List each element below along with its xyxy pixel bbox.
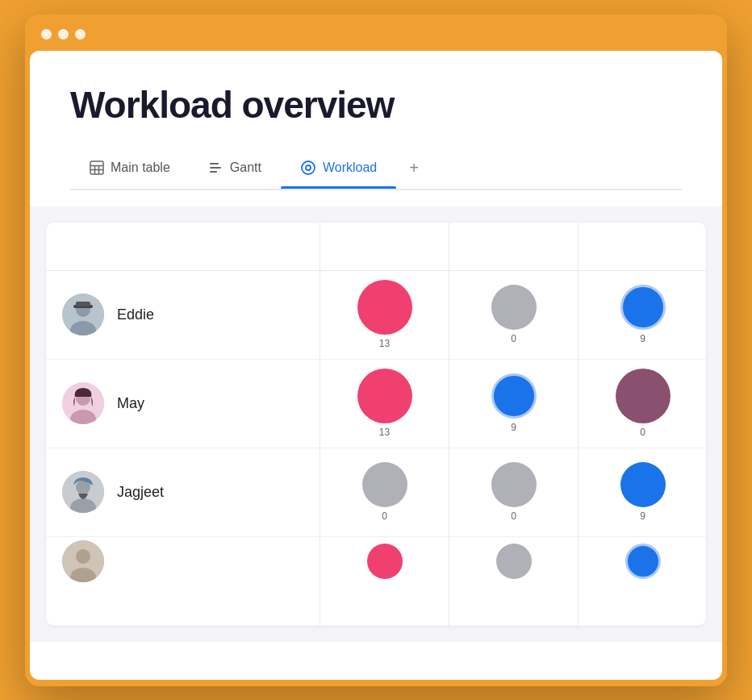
svg-rect-14 <box>76 302 90 306</box>
tab-workload[interactable]: Workload <box>281 152 396 187</box>
tab-workload-label: Workload <box>323 160 377 175</box>
bubble-jagjeet-col2 <box>491 462 537 507</box>
count-may-col2: 9 <box>511 422 516 433</box>
app-window: Workload overview Main table <box>25 15 727 686</box>
svg-point-9 <box>306 165 311 170</box>
person-name-eddie: Eddie <box>117 306 154 323</box>
data-cell-fourth-col3 <box>579 537 706 585</box>
person-row-jagjeet: Jagjeet <box>46 448 320 537</box>
avatar-fourth <box>62 540 104 582</box>
count-may-col3: 0 <box>640 427 645 438</box>
avatar-jagjeet <box>62 471 104 513</box>
bubble-fourth-col1 <box>367 544 403 579</box>
traffic-light-3 <box>75 29 86 40</box>
data-cell-eddie-col3: 9 <box>579 271 706 360</box>
person-row-may: May <box>46 360 320 448</box>
data-col-1-header <box>320 223 449 271</box>
person-name-jagjeet: Jagjeet <box>117 484 164 501</box>
data-cell-may-col2: 9 <box>449 360 578 448</box>
avatar-may <box>62 382 104 424</box>
data-columns: 13 13 0 <box>320 223 706 626</box>
count-eddie-col3: 9 <box>640 333 645 344</box>
tab-add[interactable]: + <box>396 151 432 189</box>
data-cell-eddie-col1: 13 <box>320 271 449 360</box>
data-cell-jagjeet-col3: 9 <box>579 448 706 537</box>
data-cell-fourth-col2 <box>449 537 578 585</box>
table-icon <box>90 160 104 175</box>
bubble-eddie-col3 <box>620 285 666 330</box>
data-cell-may-col1: 13 <box>320 360 449 448</box>
tab-main-table[interactable]: Main table <box>70 152 190 186</box>
bubble-may-col1 <box>357 369 412 423</box>
person-row-fourth <box>46 537 320 585</box>
count-eddie-col1: 13 <box>379 338 390 349</box>
count-jagjeet-col2: 0 <box>511 510 516 522</box>
bubble-jagjeet-col1 <box>362 462 407 507</box>
traffic-light-1 <box>41 29 52 40</box>
data-cell-eddie-col2: 0 <box>449 271 578 360</box>
header-section: Workload overview Main table <box>30 51 722 206</box>
data-cell-jagjeet-col1: 0 <box>320 448 449 537</box>
count-jagjeet-col3: 9 <box>640 510 645 522</box>
person-name-may: May <box>117 395 144 412</box>
data-col-1: 13 13 0 <box>320 223 449 626</box>
data-col-3: 9 0 9 <box>579 223 706 626</box>
bubble-jagjeet-col3 <box>620 462 666 507</box>
window-content: Workload overview Main table <box>30 51 722 680</box>
people-column: Eddie <box>46 223 320 626</box>
workload-table: Eddie <box>46 223 706 626</box>
count-may-col1: 13 <box>379 427 390 438</box>
tab-gantt-label: Gantt <box>230 160 261 175</box>
svg-rect-0 <box>90 161 103 174</box>
page-title: Workload overview <box>70 83 682 127</box>
gantt-icon <box>209 160 224 175</box>
data-cell-may-col3: 0 <box>579 360 706 448</box>
workload-icon <box>300 160 316 176</box>
count-eddie-col2: 0 <box>511 333 516 344</box>
tab-main-table-label: Main table <box>111 160 170 175</box>
bubble-fourth-col3 <box>625 544 661 579</box>
data-col-3-header <box>579 223 706 271</box>
data-col-2: 0 9 0 <box>449 223 579 626</box>
bubble-may-col2 <box>491 373 537 419</box>
people-col-header <box>46 223 320 271</box>
svg-point-22 <box>76 549 90 564</box>
svg-point-8 <box>302 161 315 174</box>
title-bar <box>25 15 727 51</box>
tabs-bar: Main table Gantt <box>70 151 682 190</box>
bubble-eddie-col2 <box>491 285 537 330</box>
bubble-fourth-col2 <box>496 544 532 579</box>
count-jagjeet-col1: 0 <box>382 510 387 522</box>
person-row-eddie: Eddie <box>46 271 320 360</box>
avatar-eddie <box>62 294 104 335</box>
content-area: Eddie <box>30 206 722 642</box>
tab-add-label: + <box>409 159 419 177</box>
data-cell-jagjeet-col2: 0 <box>449 448 578 537</box>
bubble-may-col3 <box>616 369 671 423</box>
data-col-2-header <box>449 223 578 271</box>
tab-gantt[interactable]: Gantt <box>190 152 281 186</box>
traffic-light-2 <box>58 29 69 40</box>
data-cell-fourth-col1 <box>320 537 449 585</box>
bubble-eddie-col1 <box>357 280 412 335</box>
